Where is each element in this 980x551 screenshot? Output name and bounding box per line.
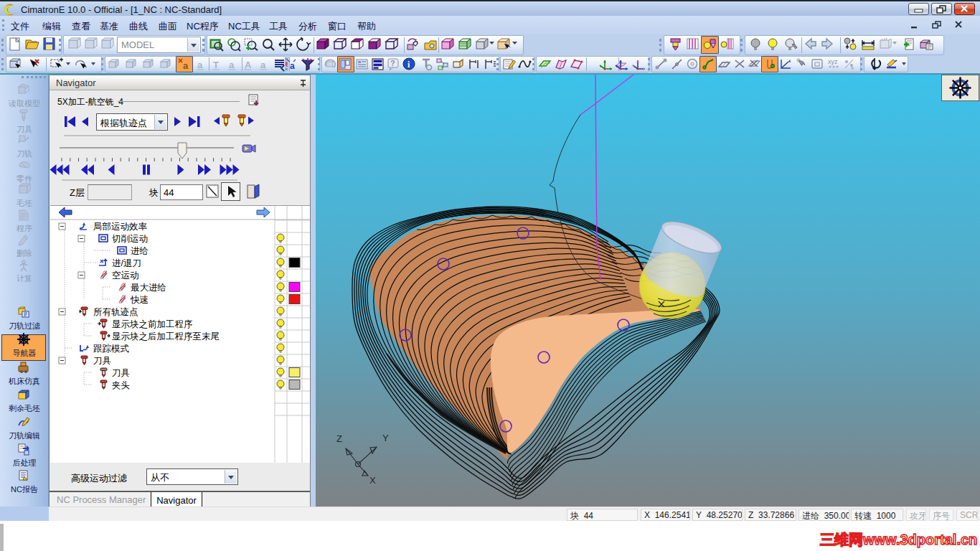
- svg-text:切削运动: 切削运动: [111, 234, 148, 244]
- svg-text:Y: Y: [382, 433, 389, 443]
- svg-text:刀具: 刀具: [93, 356, 111, 366]
- svg-text:刀具: 刀具: [112, 368, 130, 378]
- svg-text:显示块之前加工程序: 显示块之前加工程序: [112, 319, 193, 329]
- svg-text:a: a: [197, 60, 203, 70]
- svg-text:xyz: xyz: [828, 58, 838, 65]
- svg-text:a: a: [290, 61, 295, 71]
- svg-text:夹头: 夹头: [112, 380, 130, 390]
- svg-text:t: t: [286, 60, 288, 68]
- svg-text:a: a: [260, 60, 266, 70]
- svg-text:a: a: [229, 60, 235, 70]
- svg-text:T: T: [213, 60, 219, 70]
- svg-text:进/退刀: 进/退刀: [112, 258, 141, 268]
- svg-text:局部运动效率: 局部运动效率: [93, 222, 148, 232]
- svg-text:最大进给: 最大进给: [131, 283, 166, 293]
- svg-text:进给: 进给: [131, 246, 149, 256]
- svg-text:所有轨迹点: 所有轨迹点: [93, 307, 138, 317]
- svg-text:Z: Z: [336, 433, 342, 444]
- svg-text:跟踪模式: 跟踪模式: [93, 344, 130, 354]
- svg-text:空运动: 空运动: [112, 270, 139, 281]
- svg-text:快速: 快速: [130, 295, 149, 305]
- svg-text:X: X: [369, 475, 376, 486]
- svg-text:a: a: [183, 60, 189, 71]
- svg-text:x: x: [851, 65, 854, 71]
- svg-text:A: A: [245, 60, 252, 70]
- svg-text:显示块之后加工程序至末尾: 显示块之后加工程序至末尾: [112, 331, 220, 342]
- svg-text:?: ?: [390, 59, 395, 67]
